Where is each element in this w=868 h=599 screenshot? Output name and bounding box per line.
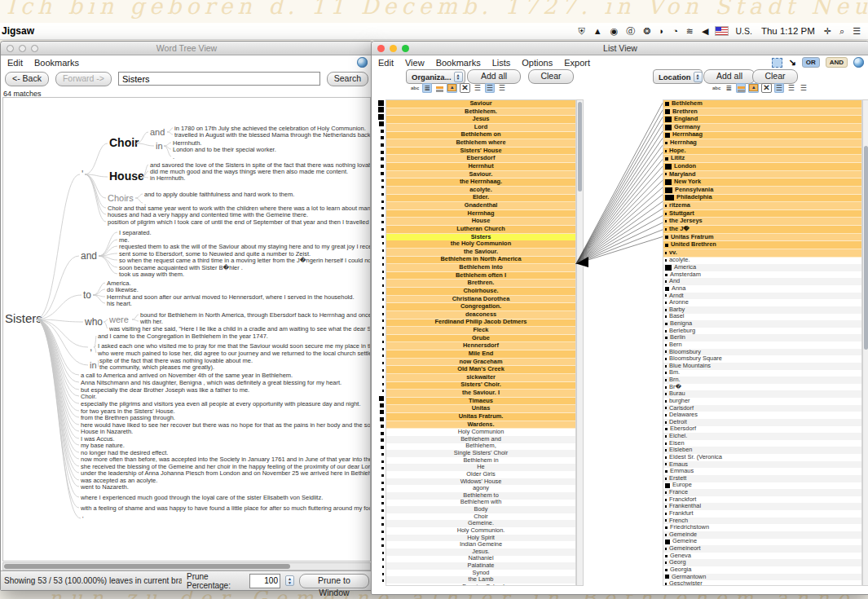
list-item[interactable]: Bethlehem with — [386, 500, 575, 507]
list-item[interactable]: Geneva — [663, 553, 861, 560]
list-item[interactable]: England — [663, 116, 861, 124]
list-item[interactable]: ritzema — [663, 202, 861, 210]
list-item[interactable]: Saviour. — [386, 171, 575, 179]
or-toggle[interactable]: OR — [802, 57, 820, 68]
list-item[interactable]: agony — [386, 485, 575, 492]
menu-item-bookmarks[interactable]: Bookmarks — [34, 58, 79, 68]
list-item[interactable]: Jesus — [386, 116, 575, 124]
list-item[interactable]: Germantown — [663, 574, 861, 581]
align-left-icon[interactable]: ☰ — [473, 83, 482, 93]
left-clear-button[interactable]: Clear — [528, 69, 574, 84]
list-item[interactable]: Bethlehem in — [386, 457, 575, 465]
x-icon[interactable]: ✕ — [460, 83, 469, 93]
globe-icon[interactable]: ❂ — [643, 26, 650, 37]
list-item[interactable]: Bethlehem and — [386, 436, 575, 443]
tree-node[interactable]: Sisters — [5, 311, 42, 325]
forward-button[interactable]: Forward -> — [55, 72, 112, 86]
list-item[interactable]: Herrnhag — [386, 210, 575, 218]
list-item[interactable]: Jesus. — [386, 548, 575, 556]
list-item[interactable]: Anna — [663, 285, 861, 293]
list-item[interactable]: Grube — [386, 335, 575, 343]
drive-icon[interactable]: ▲ — [593, 26, 602, 36]
tree-leaf[interactable]: under the leadership of Anna Johanna Pie… — [81, 469, 371, 477]
list-item[interactable]: Bethlehem to — [386, 492, 575, 500]
tree-node[interactable]: Choir — [109, 136, 139, 149]
list-item[interactable]: Sisters — [386, 234, 575, 241]
list-item[interactable]: Choirhouse. — [386, 288, 575, 296]
list-item[interactable]: Herrnhaag — [663, 132, 861, 140]
bar-icon[interactable] — [434, 83, 444, 93]
menu-item-view[interactable]: View — [405, 58, 425, 68]
align-left-icon[interactable]: ☰ — [774, 83, 784, 93]
tree-leaf[interactable]: travelled in August with the blessed Mam… — [174, 131, 371, 139]
list-item[interactable]: Br� — [663, 384, 861, 391]
tree-leaf[interactable]: now more often than before, was accepted… — [81, 456, 371, 463]
tree-leaf[interactable]: London and to be their special worker. — [173, 146, 276, 153]
tree-leaf[interactable]: where I experienced much good through th… — [80, 494, 323, 501]
abc-icon[interactable]: abc — [410, 83, 420, 93]
list-item[interactable]: Hennersdorf — [386, 342, 575, 350]
select-mode-icon[interactable] — [772, 58, 782, 68]
tree-leaf[interactable]: especially the pilgrims and visitors yea… — [81, 400, 361, 407]
location-list[interactable]: BethlehemBrethrenEnglandGermanyHerrnhaag… — [663, 99, 862, 586]
list-item[interactable]: Bethlehem in North America — [386, 257, 575, 265]
tree-leaf[interactable]: requested them to ask the will of the Sa… — [119, 243, 371, 250]
list-item[interactable]: Emmaus — [663, 468, 861, 475]
search-button[interactable]: Search — [327, 72, 368, 86]
volume-icon[interactable]: ◀ — [702, 26, 708, 37]
list-item[interactable]: Gemeinde — [663, 531, 861, 539]
tree-leaf[interactable]: I asked each one who visited me to pray … — [98, 342, 371, 350]
tree-node[interactable]: and — [81, 250, 97, 262]
list-item[interactable]: Holy Spirit — [386, 535, 575, 542]
list-item[interactable]: Burau — [663, 390, 861, 398]
app-menu-jigsaw[interactable]: Jigsaw — [2, 25, 34, 37]
pointer-tool-icon[interactable]: ↘ — [788, 57, 795, 68]
list-item[interactable]: Fleck — [386, 327, 575, 335]
list-item[interactable]: Pennsylvania — [663, 187, 861, 195]
list-item[interactable]: Lord — [386, 124, 575, 132]
list-item[interactable]: Berleburg — [663, 328, 861, 335]
tree-node[interactable]: , — [90, 341, 92, 353]
list-item[interactable]: Delawares — [663, 412, 861, 419]
list-item[interactable]: vv. — [663, 249, 861, 258]
list-item[interactable]: Nathaniel — [386, 556, 575, 563]
chat-icon[interactable]: ◗ — [659, 26, 664, 36]
list-item[interactable]: Body — [386, 506, 575, 513]
list-item[interactable]: Congregation. — [386, 303, 575, 311]
notification-center-icon[interactable]: ☰ — [853, 26, 861, 37]
list-item[interactable]: Christiana Dorothea — [386, 296, 575, 304]
tree-leaf[interactable]: bound for Bethlehem in North America, th… — [140, 311, 371, 319]
list-item[interactable]: burgher — [663, 398, 861, 405]
clock-icon[interactable]: ◔ — [672, 26, 678, 36]
list-item[interactable]: Frankenthal — [663, 503, 861, 510]
tree-leaf[interactable]: houses and had a very happy and contente… — [108, 211, 308, 218]
tree-leaf[interactable]: so when the request came a third time in… — [119, 257, 371, 264]
list-item[interactable]: Eisleben — [663, 447, 861, 454]
menu-item-export[interactable]: Export — [564, 58, 590, 68]
tree-leaf[interactable]: who were much pained to lose her, did ag… — [97, 350, 371, 357]
prune-to-window-button[interactable]: Prune to Window — [299, 574, 369, 588]
list-item[interactable]: Hope. — [663, 148, 861, 156]
list-item[interactable]: Holy Communion. — [386, 527, 575, 535]
list-item[interactable]: Ebersdorf — [386, 155, 575, 163]
tree-node[interactable]: in — [156, 141, 163, 151]
list-item[interactable]: United Brethren — [663, 241, 861, 249]
list-item[interactable]: Arndt — [663, 293, 861, 300]
bar-icon[interactable] — [736, 83, 746, 93]
tree-leaf[interactable]: . — [173, 153, 174, 161]
tree-leaf[interactable]: took us away with them. — [119, 271, 184, 278]
list-item[interactable]: Timaeus — [386, 398, 575, 406]
list-item[interactable]: Unitas Fratrum. — [386, 413, 575, 421]
list-item[interactable]: Philadelphia — [663, 195, 861, 203]
align-right-icon[interactable]: ☰ — [799, 83, 809, 93]
list-item[interactable]: House — [386, 218, 575, 226]
list-item[interactable]: He — [386, 464, 575, 471]
list-item[interactable]: Geschwister — [663, 580, 861, 586]
list-item[interactable]: now Graceham — [386, 359, 575, 367]
list-item[interactable]: France — [663, 489, 861, 496]
list-item[interactable]: Choir — [386, 513, 575, 521]
search-input[interactable] — [118, 72, 320, 86]
list-item[interactable]: Erstett — [663, 475, 861, 482]
list-item[interactable]: Sisters' Choir. — [386, 382, 575, 390]
menu-item-lists[interactable]: Lists — [492, 58, 511, 68]
